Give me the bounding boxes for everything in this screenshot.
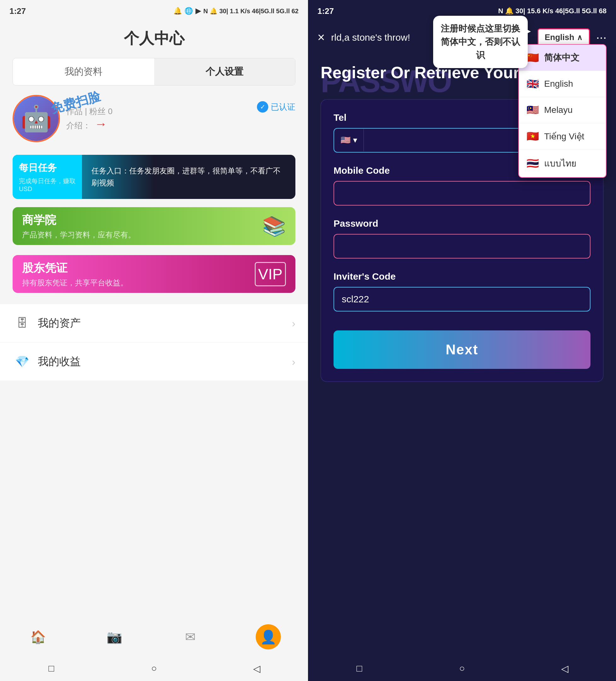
left-time: 1:27 — [9, 6, 26, 16]
right-panel: 1:27 N 🔔 30| 15.6 K/s 46|5G.ll 5G.ll 68 … — [308, 0, 616, 681]
sys-circle-btn[interactable]: ○ — [146, 660, 162, 676]
malay-label: Melayu — [544, 105, 572, 115]
bottom-nav: 🏠 📷 ✉ 👤 — [0, 618, 308, 656]
play-icon: ▶ — [196, 7, 201, 15]
tab-my-profile[interactable]: 我的资料 — [13, 58, 154, 85]
language-dropdown: 🇨🇳 简体中文 🇬🇧 English 🇲🇾 Melayu 🇻🇳 Tiếng Vi… — [518, 44, 607, 178]
password-input-wrapper — [334, 234, 590, 258]
nav-camera[interactable]: 📷 — [103, 626, 126, 648]
password-field: Password — [334, 218, 590, 258]
nav-message[interactable]: ✉ — [179, 626, 201, 648]
shareholder-menu-card[interactable]: 股东凭证 持有股东凭证，共享平台收益。 VIP — [12, 255, 296, 293]
academy-menu-card[interactable]: 商学院 产品资料，学习资料，应有尽有。 📚 — [12, 207, 296, 245]
verified-text: 已认证 — [271, 102, 296, 112]
daily-task-banner[interactable]: 每日任务 完成每日任务，赚取USD 任务入口：任务发朋友圈，进群等，很简单等，不… — [12, 155, 296, 199]
mobile-code-input[interactable] — [334, 182, 590, 205]
academy-content: 商学院 产品资料，学习资料，应有尽有。 — [22, 212, 262, 240]
speech-bubble: 注册时候点这里切换简体中文，否则不认识 — [433, 16, 528, 68]
banner-left: 每日任务 完成每日任务，赚取USD — [12, 155, 82, 199]
nav-home[interactable]: 🏠 — [27, 626, 49, 648]
right-sys-back-btn[interactable]: ◁ — [557, 660, 572, 676]
banner-right: 任务入口：任务发朋友圈，进群等，很简单等，不看广不刷视频 — [82, 158, 296, 196]
right-time: 1:27 — [317, 6, 334, 16]
next-button[interactable]: Next — [334, 330, 590, 369]
bell-icon: 🔔 — [173, 7, 182, 15]
thai-flag-icon: 🇹🇭 — [527, 157, 539, 169]
tel-prefix[interactable]: 🇺🇸 ▾ — [334, 129, 364, 151]
my-earnings-item[interactable]: 💎 我的收益 › — [0, 343, 308, 381]
left-sys-nav: □ ○ ◁ — [0, 656, 308, 681]
chinese-label: 简体中文 — [544, 52, 580, 64]
menu-dots-button[interactable]: ··· — [596, 30, 607, 45]
lang-button[interactable]: English ∧ — [538, 28, 590, 46]
assets-text: 我的资产 — [38, 316, 292, 330]
inviter-input-wrapper — [334, 287, 590, 311]
password-input[interactable] — [334, 234, 590, 258]
shareholder-content: 股东凭证 持有股东凭证，共享平台收益。 — [22, 260, 255, 288]
right-sys-nav: □ ○ ◁ — [308, 656, 616, 681]
academy-icon: 📚 — [262, 215, 286, 237]
close-button[interactable]: × — [317, 30, 325, 45]
thai-label: แบบไทย — [544, 156, 576, 170]
english-flag-icon: 🇬🇧 — [527, 78, 539, 90]
vietnamese-flag-icon: 🇻🇳 — [527, 130, 539, 142]
left-status-bar: 1:27 🔔 🌐 ▶ N 🔔 30| 1.1 K/s 46|5G.ll 5G.l… — [0, 0, 308, 22]
inviter-code-field: Inviter's Code — [334, 271, 590, 311]
shareholder-sub: 持有股东凭证，共享平台收益。 — [22, 278, 255, 288]
dropdown-arrow-icon: ▾ — [353, 135, 357, 145]
academy-sub: 产品资料，学习资料，应有尽有。 — [22, 230, 262, 240]
us-flag-icon: 🇺🇸 — [340, 135, 351, 145]
banner-title: 每日任务 — [19, 161, 76, 174]
lang-option-vietnamese[interactable]: 🇻🇳 Tiếng Việt — [519, 123, 606, 149]
inviter-input[interactable] — [334, 287, 590, 311]
inviter-label: Inviter's Code — [334, 271, 590, 282]
verified-icon: ✓ — [257, 101, 268, 112]
lang-option-english[interactable]: 🇬🇧 English — [519, 71, 606, 97]
chinese-flag-icon: 🇨🇳 — [527, 52, 539, 64]
profile-tabs: 我的资料 个人设置 — [12, 58, 296, 85]
lang-selector-container: English ∧ — [538, 28, 590, 46]
vip-icon: VIP — [255, 262, 286, 286]
banner-subtitle: 完成每日任务，赚取USD — [19, 177, 76, 193]
left-panel: 1:27 🔔 🌐 ▶ N 🔔 30| 1.1 K/s 46|5G.ll 5G.l… — [0, 0, 308, 681]
verified-badge: ✓ 已认证 — [257, 101, 296, 112]
tab-settings[interactable]: 个人设置 — [154, 58, 296, 85]
right-status-icons: N 🔔 30| 15.6 K/s 46|5G.ll 5G.ll 68 — [498, 7, 607, 15]
lang-option-malay[interactable]: 🇲🇾 Melayu — [519, 97, 606, 123]
english-label: English — [544, 79, 573, 89]
earnings-text: 我的收益 — [38, 354, 292, 369]
sys-square-btn[interactable]: □ — [44, 660, 59, 676]
message-icon: ✉ — [179, 626, 201, 648]
right-sys-square-btn[interactable]: □ — [352, 660, 367, 676]
earnings-arrow-icon: › — [292, 356, 296, 368]
home-icon: 🏠 — [27, 626, 49, 648]
earnings-icon: 💎 — [12, 352, 31, 371]
mobile-code-input-wrapper — [334, 181, 590, 206]
assets-icon: 🗄 — [12, 314, 31, 333]
lang-option-chinese[interactable]: 🇨🇳 简体中文 — [519, 45, 606, 71]
sys-back-btn[interactable]: ◁ — [249, 660, 264, 676]
chevron-up-icon: ∧ — [577, 33, 583, 42]
nav-profile-active[interactable]: 👤 — [256, 624, 281, 650]
lang-option-thai[interactable]: 🇹🇭 แบบไทย — [519, 149, 606, 177]
password-label: Password — [334, 218, 590, 229]
profile-section: 🤖 作品 | 粉丝 0 介绍： ✓ 已认证 免费扫脸 → — [0, 85, 308, 152]
network-icon: 🌐 — [184, 7, 193, 15]
my-assets-item[interactable]: 🗄 我的资产 › — [0, 304, 308, 342]
right-sys-circle-btn[interactable]: ○ — [454, 660, 470, 676]
left-page-title: 个人中心 — [0, 22, 308, 58]
lang-label: English — [545, 32, 574, 42]
camera-icon: 📷 — [103, 626, 126, 648]
academy-title: 商学院 — [22, 212, 262, 228]
assets-arrow-icon: › — [292, 317, 296, 329]
vietnamese-label: Tiếng Việt — [544, 131, 584, 142]
shareholder-title: 股东凭证 — [22, 260, 255, 276]
signal-text: N 🔔 30| 1.1 K/s 46|5G.ll 5G.ll 62 — [203, 7, 299, 15]
arrow-right-icon: → — [95, 117, 107, 131]
left-status-icons: 🔔 🌐 ▶ N 🔔 30| 1.1 K/s 46|5G.ll 5G.ll 62 — [173, 7, 299, 15]
profile-icon: 👤 — [256, 624, 281, 650]
malay-flag-icon: 🇲🇾 — [527, 104, 539, 116]
